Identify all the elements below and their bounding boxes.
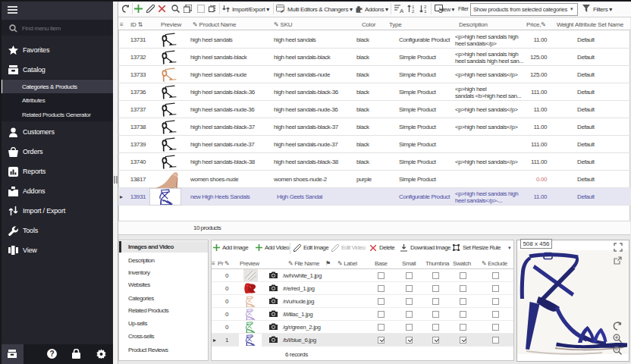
svg-text:1: 1 — [424, 9, 427, 13]
svg-text:A: A — [400, 8, 403, 13]
svg-text:2: 2 — [412, 9, 415, 13]
